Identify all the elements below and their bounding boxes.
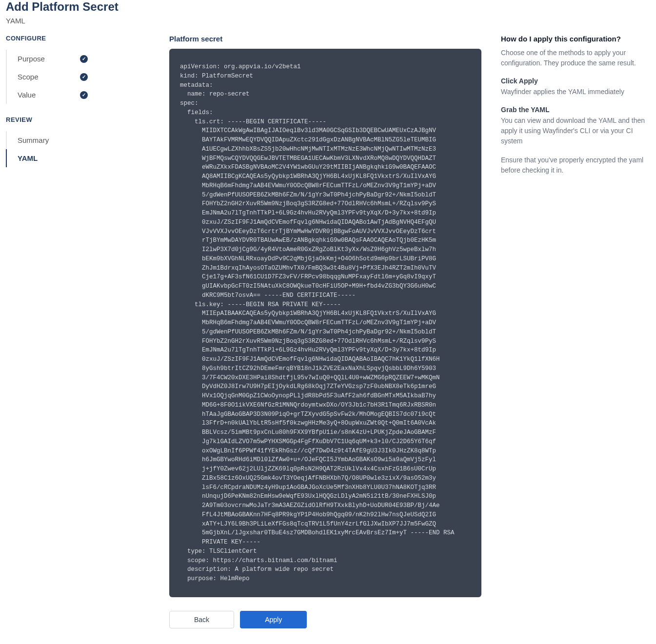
sidebar-item-label: Summary (18, 136, 49, 144)
sidebar-configure-heading: CONFIGURE (6, 35, 159, 46)
sidebar: CONFIGURE Purpose Scope Value REVIEW (6, 35, 159, 642)
help-section-title: Grab the YAML (501, 106, 647, 114)
sidebar-item-label: Scope (18, 73, 39, 81)
main-title: Platform secret (169, 35, 481, 43)
sidebar-item-label: Purpose (18, 55, 45, 63)
help-footer: Ensure that you've properly encrypted th… (501, 155, 647, 176)
sidebar-item-summary[interactable]: Summary (7, 131, 95, 149)
help-title: How do I apply this configuration? (501, 35, 647, 43)
check-icon (80, 55, 88, 63)
sidebar-item-label: YAML (18, 154, 38, 162)
help-panel: How do I apply this configuration? Choos… (491, 35, 647, 642)
sidebar-review-heading: REVIEW (6, 116, 159, 127)
check-icon (80, 73, 88, 81)
apply-button[interactable]: Apply (240, 611, 307, 628)
help-intro: Choose one of the methods to apply your … (501, 48, 647, 68)
page-subtitle: YAML (6, 17, 650, 25)
sidebar-item-scope[interactable]: Scope (7, 68, 95, 86)
sidebar-item-label: Value (18, 91, 36, 99)
help-section-title: Click Apply (501, 77, 647, 85)
back-button[interactable]: Back (169, 611, 234, 628)
main-content: Platform secret apiVersion: org.appvia.i… (169, 35, 481, 642)
sidebar-item-yaml[interactable]: YAML (7, 149, 95, 167)
page-title: Add Platform Secret (6, 0, 650, 14)
help-section-text: You can view and download the YAML and t… (501, 116, 647, 146)
sidebar-item-purpose[interactable]: Purpose (7, 50, 95, 68)
yaml-code-block[interactable]: apiVersion: org.appvia.io/v2beta1 kind: … (169, 49, 481, 597)
sidebar-item-value[interactable]: Value (7, 86, 95, 104)
help-section-text: Wayfinder applies the YAML immediately (501, 87, 647, 97)
check-icon (80, 91, 88, 99)
